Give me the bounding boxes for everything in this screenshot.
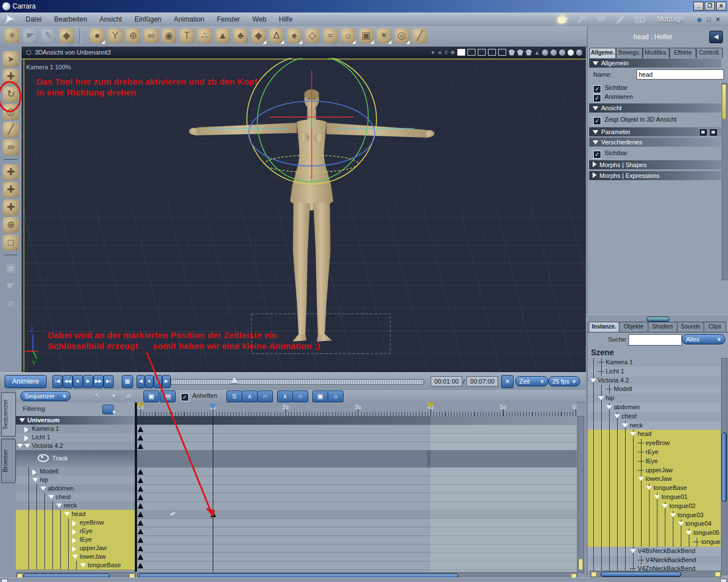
- seq-item-head[interactable]: head: [16, 510, 135, 519]
- scene-item-tongue03[interactable]: tongue03: [588, 511, 721, 521]
- quality-up-icon[interactable]: ▲: [534, 49, 540, 56]
- scene-item-leye[interactable]: lEye: [588, 457, 721, 467]
- geodesic-sphere-icon[interactable]: ⊕: [126, 28, 140, 43]
- tab-bewegu[interactable]: Bewegu.: [616, 48, 643, 58]
- menu-animation[interactable]: Animation: [168, 15, 210, 23]
- scene-item-tongue01[interactable]: tongue01: [588, 493, 721, 502]
- tab-sounds[interactable]: Sounds: [677, 322, 704, 332]
- fountain-icon[interactable]: ☼: [341, 28, 355, 43]
- orbit-camera-tool[interactable]: ⊕: [3, 217, 19, 233]
- expander-down-icon[interactable]: [606, 405, 612, 409]
- seq-item-universum[interactable]: Universum: [16, 416, 135, 425]
- expander-down-icon[interactable]: [72, 555, 78, 559]
- seq-item-eyebrow[interactable]: eyeBrow: [16, 518, 135, 527]
- expander-down-icon[interactable]: [614, 414, 620, 418]
- seq-item-lowerjaw[interactable]: lowerJaw: [16, 552, 135, 562]
- scene-item-victoria 4.2[interactable]: Victoria 4.2: [588, 376, 721, 386]
- menu-datei[interactable]: Datei: [19, 15, 48, 23]
- kill-render-button[interactable]: ✕: [501, 375, 514, 388]
- time-mode-dropdown[interactable]: Zeit»: [515, 376, 548, 386]
- add-key-button[interactable]: ●: [145, 375, 154, 388]
- assemble-room-hand-icon[interactable]: [555, 13, 570, 26]
- play-button[interactable]: ▶: [83, 375, 93, 388]
- scene-hscrollbar[interactable]: [590, 571, 722, 577]
- display-box-icon[interactable]: [508, 49, 515, 56]
- seq-item-track[interactable]: Track: [16, 450, 135, 468]
- seq-item-modell[interactable]: Modell: [16, 467, 135, 476]
- expander-right-icon[interactable]: [72, 521, 76, 526]
- pan-hand-tool[interactable]: ☛: [23, 28, 38, 43]
- tab-effekte[interactable]: Effekte: [669, 48, 696, 58]
- keyframe-tonguebase-0s[interactable]: [138, 563, 143, 568]
- keyframe-lowerjaw-0s[interactable]: [138, 554, 143, 560]
- solo-view-icon[interactable]: ✦: [431, 49, 435, 56]
- tweener-burst-button[interactable]: ☼: [328, 390, 344, 402]
- expander-down-icon[interactable]: [48, 495, 54, 499]
- expander-down-icon[interactable]: [670, 513, 676, 517]
- delete-key-button[interactable]: ▯: [154, 375, 162, 388]
- close-panel-icon[interactable]: ✕: [713, 16, 722, 23]
- search-input[interactable]: [628, 334, 682, 346]
- menu-fenster[interactable]: Fenster: [210, 15, 246, 23]
- scene-item-licht 1[interactable]: Licht 1: [588, 367, 721, 377]
- select-tool[interactable]: ➤: [3, 51, 19, 67]
- expander-right-icon[interactable]: [72, 529, 76, 535]
- fps-dropdown[interactable]: 25 fps»: [548, 376, 580, 386]
- tweener-oscillate-button[interactable]: ∧: [277, 390, 293, 402]
- tweener-linear-button[interactable]: ∧: [242, 390, 258, 402]
- animate-button[interactable]: Animiere: [5, 375, 47, 388]
- scene-item-v4bsneckbackbend[interactable]: V4BsNeckBackBend: [588, 547, 721, 556]
- quality-smooth-icon[interactable]: [568, 49, 574, 56]
- seq-item-reye[interactable]: rEye: [16, 527, 135, 536]
- keyframe-kamera 1-0s[interactable]: [138, 426, 143, 432]
- seq-item-chest[interactable]: chest: [16, 493, 135, 502]
- quality-wire-icon[interactable]: [551, 49, 557, 56]
- cursor-tool-icon[interactable]: ↖: [94, 392, 101, 400]
- quality-texture-icon[interactable]: [576, 49, 582, 56]
- scene-item-modell[interactable]: Modell: [588, 385, 721, 394]
- keyframe-licht 1-0s[interactable]: [138, 435, 143, 440]
- display-hybrid-icon[interactable]: [526, 49, 532, 56]
- pan-camera-tool[interactable]: ✚: [3, 164, 19, 180]
- expander-down-icon[interactable]: [32, 478, 38, 482]
- storyboard-room-pen-icon[interactable]: [613, 13, 628, 26]
- pan-view-tool[interactable]: ☛: [3, 277, 19, 293]
- scene-item-eyebrow[interactable]: eyeBrow: [588, 439, 721, 448]
- timeline-tracks[interactable]: [137, 416, 577, 572]
- previous-key-button[interactable]: ◀: [136, 375, 145, 388]
- light-object-icon[interactable]: ☀: [377, 28, 391, 43]
- expander-down-icon[interactable]: [662, 504, 668, 508]
- panel-divider[interactable]: [587, 314, 728, 322]
- keyframe-leye-0s[interactable]: [138, 537, 143, 543]
- expander-right-icon[interactable]: [24, 435, 28, 441]
- filtering-dropdown-button[interactable]: »: [102, 405, 114, 414]
- working-box-tool[interactable]: □: [3, 235, 19, 251]
- expander-down-icon[interactable]: [40, 487, 46, 490]
- scene-item-tongue02[interactable]: tongue02: [588, 502, 721, 512]
- menu-hilfe[interactable]: Hilfe: [272, 15, 299, 23]
- seq-item-abdomen[interactable]: abdomen: [16, 484, 135, 493]
- camera-object-icon[interactable]: ▣: [359, 28, 374, 43]
- bank-camera-tool[interactable]: ✚: [3, 199, 19, 215]
- go-end-button[interactable]: ▶I: [104, 375, 114, 388]
- stop-button[interactable]: ■: [73, 375, 83, 388]
- terrain-icon[interactable]: ▲: [216, 28, 230, 43]
- wire-edit-tool[interactable]: ✳: [5, 28, 19, 43]
- pin-check-row[interactable]: ✓Anheften: [181, 392, 217, 401]
- scale-tool[interactable]: ◎: [3, 104, 19, 120]
- keyframe-neck-0s[interactable]: [138, 503, 143, 509]
- layout-split-3-icon[interactable]: [478, 49, 486, 56]
- expander-down-icon[interactable]: [686, 531, 692, 535]
- expander-right-icon[interactable]: [72, 546, 76, 552]
- scene-item-abdomen[interactable]: abdomen: [588, 403, 721, 413]
- resize-grip-left[interactable]: [1, 579, 8, 582]
- expander-down-icon[interactable]: [630, 549, 636, 553]
- tab-modifika[interactable]: Modifika.: [643, 48, 669, 58]
- expander-down-icon[interactable]: [622, 423, 628, 427]
- keyframe-hip-0s[interactable]: [138, 477, 143, 483]
- expander-down-icon[interactable]: [630, 432, 636, 436]
- scene-root-label[interactable]: Szene: [591, 348, 614, 357]
- tweener-bounce-button[interactable]: ∩: [292, 390, 308, 402]
- restore-panel-icon[interactable]: □: [704, 16, 713, 23]
- timeline-vscrollbar[interactable]: [577, 416, 584, 573]
